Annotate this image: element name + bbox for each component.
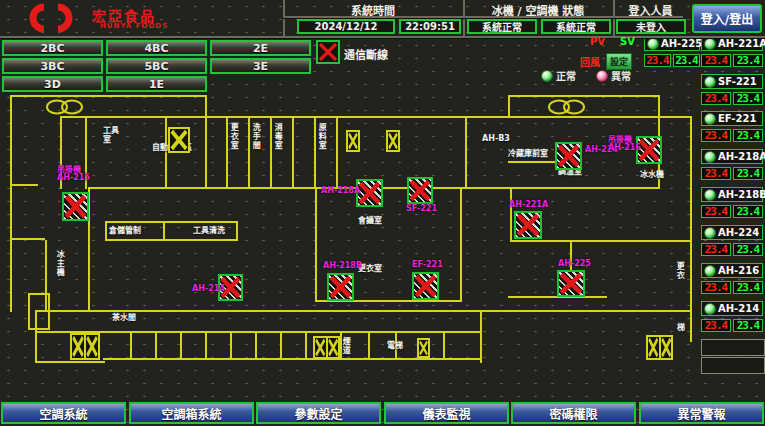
wall-segment bbox=[315, 187, 317, 302]
logo-icon bbox=[22, 2, 80, 34]
empty-slot bbox=[701, 357, 765, 374]
nav-button-2[interactable]: 空調箱系統 bbox=[129, 402, 254, 424]
header-bottom-line bbox=[0, 36, 765, 38]
return-air-label: 回風 bbox=[580, 54, 600, 69]
stairs-icon bbox=[44, 99, 86, 116]
unit-AH-218A-pv-value: 23.4 bbox=[701, 167, 731, 180]
wall-segment bbox=[10, 95, 12, 312]
floor-button-2BC[interactable]: 2BC bbox=[2, 40, 103, 56]
nav-button-3[interactable]: 參數設定 bbox=[256, 402, 381, 424]
wall-segment bbox=[28, 293, 30, 330]
wall-segment bbox=[105, 221, 238, 223]
unit-status-led-icon bbox=[704, 265, 716, 277]
unit-EF-221-button[interactable]: EF-221 bbox=[701, 111, 763, 126]
wall-segment bbox=[236, 221, 238, 241]
unit-AH-216-sv-value: 23.4 bbox=[733, 281, 763, 294]
unit-AH-218A-button[interactable]: AH-218A bbox=[701, 149, 763, 164]
map-unit-label: AH-221A bbox=[509, 201, 548, 209]
shaft-box bbox=[646, 335, 673, 360]
unit-AH-218B-button[interactable]: AH-218B bbox=[701, 187, 763, 202]
nav-button-5[interactable]: 密碼權限 bbox=[511, 402, 636, 424]
unit-name-label: AH-218B bbox=[718, 189, 765, 200]
login-status-value: 未登入 bbox=[616, 19, 686, 34]
shaft-box bbox=[386, 130, 400, 152]
wall-segment bbox=[205, 331, 207, 358]
unit-name-label: SF-221 bbox=[718, 76, 757, 87]
normal-label: 正常 bbox=[556, 68, 576, 83]
map-unit-label: 吊掛機 AH-215 bbox=[57, 166, 90, 183]
unit-AH-224-sv-value: 23.4 bbox=[733, 243, 763, 256]
abnormal-label: 異常 bbox=[611, 68, 631, 83]
room-label: 冰主機 bbox=[55, 250, 64, 277]
wall-segment bbox=[180, 331, 182, 358]
wall-segment bbox=[165, 118, 167, 189]
login-user-label: 登入人員 bbox=[613, 2, 688, 18]
wall-segment bbox=[443, 331, 445, 358]
room-label: 冰水機 bbox=[640, 170, 664, 179]
comm-fail-label: 通信斷線 bbox=[344, 46, 388, 62]
comm-fail-icon bbox=[316, 40, 340, 64]
floor-button-1E[interactable]: 1E bbox=[106, 76, 207, 92]
unit-status-led-icon bbox=[647, 38, 659, 50]
map-unit-label: AH-218B bbox=[323, 262, 362, 270]
wall-segment bbox=[248, 118, 250, 189]
legend-abnormal: 異常 bbox=[596, 68, 631, 83]
unit-status-led-icon bbox=[704, 227, 716, 239]
map-unit-label: 吊掛機 AH-216 bbox=[608, 136, 641, 153]
comm-fail-marker-AH-224 bbox=[555, 142, 582, 170]
unit-status-led-icon bbox=[704, 38, 716, 50]
system-clock-value: 22:09:51 bbox=[399, 19, 461, 34]
room-label: 茶水間 bbox=[112, 313, 136, 322]
unit-AH-216-pv-value: 23.4 bbox=[701, 281, 731, 294]
machine-status-label: 冰機 / 空調機 狀態 bbox=[463, 2, 613, 18]
nav-button-6[interactable]: 異常警報 bbox=[639, 402, 764, 424]
unit-name-label: AH-225 bbox=[661, 38, 702, 49]
sv-label: SV bbox=[620, 36, 635, 47]
unit-AH-225-sv-value: 23.4 bbox=[673, 54, 700, 67]
wall-segment bbox=[508, 95, 660, 97]
comm-fail-marker-AH-225 bbox=[557, 270, 585, 297]
unit-AH-224-button[interactable]: AH-224 bbox=[701, 225, 763, 240]
wall-segment bbox=[163, 221, 165, 241]
room-label: 會議室 bbox=[358, 216, 382, 225]
wall-segment bbox=[205, 118, 207, 189]
wall-segment bbox=[35, 310, 37, 363]
room-label: 電梯 bbox=[387, 341, 403, 350]
unit-status-led-icon bbox=[704, 76, 716, 88]
unit-AH-225-button[interactable]: AH-225 bbox=[644, 36, 700, 51]
unit-AH-221A-button[interactable]: AH-221A bbox=[701, 36, 763, 51]
room-label: AH-B3 bbox=[482, 134, 510, 143]
floor-button-4BC[interactable]: 4BC bbox=[106, 40, 207, 56]
wall-segment bbox=[368, 331, 370, 358]
floor-button-3BC[interactable]: 3BC bbox=[2, 58, 103, 74]
map-unit-label: EF-221 bbox=[412, 261, 443, 269]
wall-segment bbox=[255, 331, 257, 358]
unit-SF-221-button[interactable]: SF-221 bbox=[701, 74, 763, 89]
abnormal-led-icon bbox=[596, 70, 608, 82]
wall-segment bbox=[336, 118, 338, 189]
unit-AH-216-button[interactable]: AH-216 bbox=[701, 263, 763, 278]
wall-segment bbox=[205, 95, 207, 118]
shaft-x-icon bbox=[72, 335, 84, 358]
unit-AH-221A-pv-value: 23.4 bbox=[701, 54, 731, 67]
floor-button-3D[interactable]: 3D bbox=[2, 76, 103, 92]
hmi-screen: 宏亞食品 HUNYA FOODS 系統時間 2024/12/12 22:09:5… bbox=[0, 0, 765, 426]
shaft-x-icon bbox=[326, 338, 339, 357]
room-label: 消毒室 bbox=[273, 123, 282, 150]
floor-button-2E[interactable]: 2E bbox=[210, 40, 311, 56]
system-date-value: 2024/12/12 bbox=[297, 19, 395, 34]
shaft-x-icon bbox=[84, 335, 98, 358]
nav-button-1[interactable]: 空調系統 bbox=[1, 402, 126, 424]
unit-AH-214-button[interactable]: AH-214 bbox=[701, 301, 763, 316]
unit-AH-225-pv-value: 23.4 bbox=[644, 54, 671, 67]
nav-button-4[interactable]: 儀表監視 bbox=[384, 402, 509, 424]
comm-fail-marker-AH-218B bbox=[327, 273, 354, 301]
shaft-box bbox=[70, 333, 100, 360]
login-logout-button[interactable]: 登入/登出 bbox=[692, 4, 762, 33]
floor-button-3E[interactable]: 3E bbox=[210, 58, 311, 74]
wall-segment bbox=[292, 118, 294, 189]
floor-button-5BC[interactable]: 5BC bbox=[106, 58, 207, 74]
room-label: 工具 室 bbox=[103, 126, 119, 144]
room-label: 更衣室 bbox=[229, 123, 238, 150]
wall-segment bbox=[460, 187, 462, 302]
